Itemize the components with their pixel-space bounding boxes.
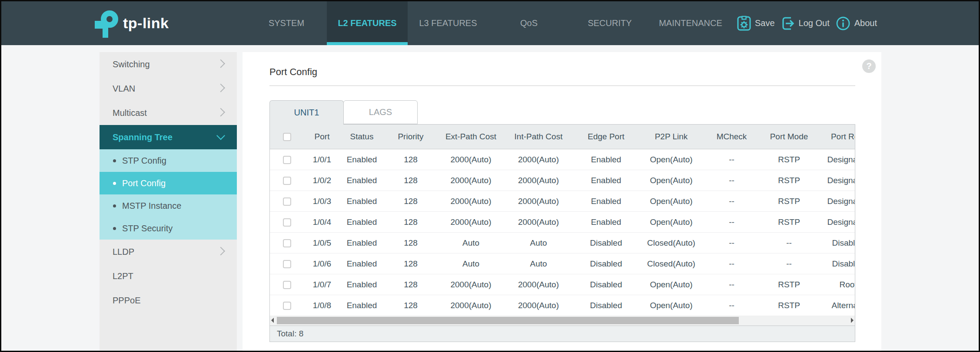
sidebar-item-label: L2PT bbox=[113, 271, 133, 281]
cell-port-mode: RSTP bbox=[760, 170, 818, 191]
cell-port-mode: RSTP bbox=[760, 295, 818, 316]
sidebar-item-port-config[interactable]: Port Config bbox=[100, 172, 237, 194]
sidebar-item-mstp-instance[interactable]: MSTP Instance bbox=[100, 194, 237, 217]
cell-edge-port: Enabled bbox=[573, 170, 639, 191]
sidebar-item-multicast[interactable]: Multicast bbox=[100, 101, 237, 125]
nav-item-qos[interactable]: QoS bbox=[488, 1, 569, 45]
cell-priority: 128 bbox=[384, 295, 438, 316]
cell-port-role: Disabled bbox=[818, 233, 855, 253]
log-out-button[interactable]: Log Out bbox=[781, 16, 830, 31]
cell-mcheck: -- bbox=[703, 170, 760, 191]
row-checkbox-1-0-3[interactable] bbox=[283, 197, 291, 206]
cell-edge-port: Disabled bbox=[573, 233, 639, 253]
table-row-port-1-0-1: 1/0/1Enabled1282000(Auto)2000(Auto)Enabl… bbox=[270, 149, 855, 170]
cell-priority: 128 bbox=[384, 170, 438, 191]
cell-port: 1/0/3 bbox=[304, 191, 340, 212]
top-actions: SaveLog OutAbout bbox=[737, 1, 877, 45]
cell-mcheck: -- bbox=[703, 212, 760, 233]
cell-priority: 128 bbox=[384, 212, 438, 233]
cell-mcheck: -- bbox=[703, 233, 760, 253]
cell-port-role: Designated bbox=[818, 170, 855, 191]
info-icon bbox=[835, 16, 851, 31]
cell-port-role: Designated bbox=[818, 149, 855, 170]
title-divider bbox=[269, 86, 855, 86]
tp-link-logo: tp-link bbox=[95, 1, 169, 45]
about-label: About bbox=[854, 18, 877, 28]
column-header-edge-port: Edge Port bbox=[573, 125, 639, 149]
scrollbar-thumb[interactable] bbox=[277, 317, 739, 324]
cell-int-path-cost: 2000(Auto) bbox=[504, 149, 573, 170]
cell-port-mode: RSTP bbox=[760, 149, 818, 170]
nav-item-l3-features[interactable]: L3 FEATURES bbox=[408, 1, 488, 45]
cell-ext-path-cost: 2000(Auto) bbox=[438, 149, 504, 170]
port-config-table-card: PortStatusPriorityExt-Path CostInt-Path … bbox=[269, 124, 855, 342]
cell-port-mode: -- bbox=[760, 233, 818, 253]
sidebar-item-vlan[interactable]: VLAN bbox=[100, 76, 237, 101]
nav-item-maintenance[interactable]: MAINTENANCE bbox=[650, 1, 731, 45]
sidebar-item-lldp[interactable]: LLDP bbox=[100, 240, 237, 264]
unit-tabs: UNIT1LAGS bbox=[269, 100, 418, 125]
row-checkbox-1-0-1[interactable] bbox=[283, 156, 291, 164]
tp-link-logo-icon bbox=[95, 9, 118, 38]
sidebar-item-label: MSTP Instance bbox=[122, 201, 181, 211]
cell-int-path-cost: 2000(Auto) bbox=[504, 170, 573, 191]
row-checkbox-1-0-8[interactable] bbox=[283, 302, 291, 310]
cell-p2p-link: Open(Auto) bbox=[639, 295, 703, 316]
cell-p2p-link: Open(Auto) bbox=[639, 274, 703, 295]
tab-lags[interactable]: LAGS bbox=[343, 100, 418, 124]
nav-item-l2-features[interactable]: L2 FEATURES bbox=[327, 1, 408, 45]
save-button[interactable]: Save bbox=[737, 16, 775, 31]
row-checkbox-1-0-2[interactable] bbox=[283, 177, 291, 185]
column-header-port-mode: Port Mode bbox=[760, 125, 818, 149]
sidebar-item-switching[interactable]: Switching bbox=[100, 52, 237, 76]
page-title: Port Config bbox=[269, 66, 317, 78]
port-config-table: PortStatusPriorityExt-Path CostInt-Path … bbox=[270, 125, 855, 316]
cell-mcheck: -- bbox=[703, 295, 760, 316]
sidebar: SwitchingVLANMulticastSpanning TreeSTP C… bbox=[100, 52, 237, 351]
cell-ext-path-cost: 2000(Auto) bbox=[438, 274, 504, 295]
chevron-right-icon bbox=[216, 84, 225, 92]
content-panel: Port Config ? UNIT1LAGS PortStatusPriori… bbox=[243, 52, 881, 351]
sidebar-item-stp-security[interactable]: STP Security bbox=[100, 217, 237, 240]
chevron-right-icon bbox=[216, 108, 225, 117]
cell-edge-port: Disabled bbox=[573, 274, 639, 295]
select-all-checkbox[interactable] bbox=[283, 133, 291, 141]
nav-item-system[interactable]: SYSTEM bbox=[246, 1, 327, 45]
sidebar-item-stp-config[interactable]: STP Config bbox=[100, 149, 237, 172]
row-checkbox-1-0-5[interactable] bbox=[283, 239, 291, 247]
row-checkbox-1-0-4[interactable] bbox=[283, 218, 291, 227]
top-nav: SYSTEML2 FEATURESL3 FEATURESQoSSECURITYM… bbox=[246, 1, 731, 45]
sidebar-item-label: Port Config bbox=[122, 178, 166, 188]
column-header-mcheck: MCheck bbox=[703, 125, 760, 149]
table-header-row: PortStatusPriorityExt-Path CostInt-Path … bbox=[270, 125, 855, 149]
cell-port-role: Disabled bbox=[818, 253, 855, 274]
tab-unit1[interactable]: UNIT1 bbox=[269, 100, 344, 125]
column-header-port-role: Port Role bbox=[818, 125, 855, 149]
cell-port-mode: RSTP bbox=[760, 212, 818, 233]
cell-port-mode: RSTP bbox=[760, 191, 818, 212]
cell-priority: 128 bbox=[384, 274, 438, 295]
scroll-right-arrow-icon[interactable] bbox=[851, 318, 854, 323]
cell-mcheck: -- bbox=[703, 191, 760, 212]
scroll-left-arrow-icon[interactable] bbox=[271, 318, 274, 323]
cell-port: 1/0/6 bbox=[304, 253, 340, 274]
horizontal-scrollbar[interactable] bbox=[270, 316, 855, 326]
cell-mcheck: -- bbox=[703, 149, 760, 170]
cell-port: 1/0/5 bbox=[304, 233, 340, 253]
sidebar-item-l2pt[interactable]: L2PT bbox=[100, 264, 237, 288]
row-checkbox-1-0-7[interactable] bbox=[283, 281, 291, 289]
about-button[interactable]: About bbox=[835, 16, 877, 31]
logo-text: tp-link bbox=[123, 15, 169, 32]
sidebar-item-spanning-tree[interactable]: Spanning Tree bbox=[100, 125, 237, 149]
switch-admin-page: tp-link SYSTEML2 FEATURESL3 FEATURESQoSS… bbox=[0, 0, 980, 352]
nav-item-security[interactable]: SECURITY bbox=[569, 1, 650, 45]
help-button[interactable]: ? bbox=[862, 59, 876, 73]
cell-status: Enabled bbox=[340, 170, 384, 191]
bullet-icon bbox=[113, 182, 116, 185]
top-bar: tp-link SYSTEML2 FEATURESL3 FEATURESQoSS… bbox=[1, 1, 979, 45]
row-checkbox-1-0-6[interactable] bbox=[283, 260, 291, 268]
sidebar-item-pppoe[interactable]: PPPoE bbox=[100, 288, 237, 313]
table-row-port-1-0-6: 1/0/6Enabled128AutoAutoDisabledClosed(Au… bbox=[270, 253, 855, 274]
cell-priority: 128 bbox=[384, 149, 438, 170]
column-header-priority: Priority bbox=[384, 125, 438, 149]
